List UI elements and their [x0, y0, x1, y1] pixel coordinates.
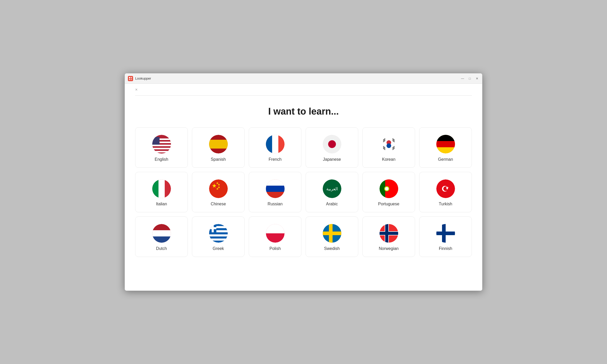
svg-rect-92 — [329, 224, 333, 243]
svg-rect-10 — [152, 145, 171, 146]
svg-rect-51 — [158, 179, 165, 198]
language-card-swedish[interactable]: Swedish — [306, 216, 358, 257]
language-card-portuguese[interactable]: Portuguese — [362, 172, 415, 212]
language-name-italian: Italian — [156, 202, 167, 206]
svg-point-27 — [328, 140, 336, 148]
flag-no — [380, 224, 398, 243]
svg-rect-46 — [436, 135, 455, 141]
language-name-dutch: Dutch — [156, 246, 167, 251]
svg-rect-15 — [152, 152, 171, 153]
search-bar: × — [135, 84, 472, 96]
svg-rect-47 — [436, 141, 455, 147]
language-card-greek[interactable]: Greek — [192, 216, 245, 257]
language-name-spanish: Spanish — [211, 157, 226, 162]
language-name-japanese: Japanese — [323, 157, 341, 162]
main-content: × I want to learn... — [125, 84, 482, 291]
flag-tr — [436, 179, 455, 198]
svg-text:العربية: العربية — [326, 187, 338, 191]
language-card-finnish[interactable]: Finnish — [419, 216, 472, 257]
language-name-russian: Russian — [268, 202, 283, 206]
svg-rect-88 — [266, 224, 285, 233]
svg-rect-60 — [266, 179, 285, 186]
svg-rect-1 — [131, 77, 132, 78]
search-input[interactable] — [141, 87, 472, 92]
flag-es — [209, 135, 228, 153]
language-name-turkish: Turkish — [439, 202, 452, 206]
flag-ar: العربية — [323, 179, 341, 198]
svg-point-53 — [209, 179, 228, 198]
language-card-spanish[interactable]: Spanish — [192, 127, 245, 168]
flag-nl — [152, 224, 171, 243]
minimize-button[interactable]: — — [460, 76, 465, 81]
language-name-portuguese: Portuguese — [378, 202, 399, 206]
svg-rect-75 — [152, 230, 171, 236]
search-close-button[interactable]: × — [135, 88, 137, 92]
svg-rect-23 — [266, 135, 272, 153]
language-name-polish: Polish — [270, 246, 281, 251]
language-card-russian[interactable]: Russian — [249, 172, 301, 212]
language-name-korean: Korean — [382, 157, 396, 162]
content-area: × I want to learn... — [125, 84, 482, 291]
language-name-chinese: Chinese — [211, 202, 226, 206]
language-card-norwegian[interactable]: Norwegian — [362, 216, 415, 257]
language-card-japanese[interactable]: Japanese — [306, 127, 358, 168]
language-card-german[interactable]: German — [419, 127, 472, 168]
window-close-button[interactable]: ✕ — [475, 76, 479, 81]
language-name-greek: Greek — [213, 246, 224, 251]
language-card-chinese[interactable]: Chinese — [192, 172, 245, 212]
flag-fi — [436, 224, 455, 243]
svg-rect-50 — [152, 179, 158, 198]
svg-rect-2 — [129, 79, 130, 80]
language-card-dutch[interactable]: Dutch — [135, 216, 188, 257]
svg-rect-11 — [152, 146, 171, 148]
svg-rect-12 — [152, 148, 171, 149]
svg-rect-102 — [442, 224, 446, 243]
language-card-polish[interactable]: Polish — [249, 216, 301, 257]
maximize-button[interactable]: □ — [468, 76, 472, 81]
flag-ru — [266, 179, 285, 198]
flag-it — [152, 179, 171, 198]
language-card-french[interactable]: French — [249, 127, 301, 168]
window-controls: — □ ✕ — [460, 76, 479, 81]
svg-point-31 — [387, 143, 391, 148]
language-name-swedish: Swedish — [324, 246, 340, 251]
titlebar: Lookupper — □ ✕ — [125, 73, 482, 84]
flag-fr — [266, 135, 285, 153]
language-card-korean[interactable]: Korean — [362, 127, 415, 168]
flag-us — [152, 135, 171, 153]
svg-rect-13 — [152, 149, 171, 151]
app-title: Lookupper — [135, 76, 460, 80]
language-name-german: German — [438, 157, 453, 162]
language-card-turkish[interactable]: Turkish — [419, 172, 472, 212]
language-card-arabic[interactable]: العربية Arabic — [306, 172, 358, 212]
svg-rect-14 — [152, 151, 171, 152]
svg-rect-98 — [385, 224, 388, 243]
language-name-arabic: Arabic — [326, 202, 338, 206]
language-grid: English Spanish French Japanese — [135, 127, 472, 257]
flag-pl — [266, 224, 285, 243]
svg-rect-82 — [209, 239, 228, 241]
svg-rect-76 — [152, 236, 171, 243]
flag-kr — [380, 135, 398, 153]
svg-rect-3 — [131, 79, 132, 80]
language-card-italian[interactable]: Italian — [135, 172, 188, 212]
flag-pt — [380, 179, 398, 198]
svg-rect-0 — [129, 77, 130, 78]
app-window: Lookupper — □ ✕ × I want to learn... — [125, 73, 482, 291]
flag-se — [323, 224, 341, 243]
language-name-french: French — [269, 157, 282, 162]
language-card-english[interactable]: English — [135, 127, 188, 168]
flag-cn — [209, 179, 228, 198]
svg-rect-16 — [152, 137, 160, 145]
svg-rect-97 — [380, 232, 398, 235]
language-name-english: English — [155, 157, 168, 162]
svg-rect-61 — [266, 186, 285, 192]
page-heading: I want to learn... — [135, 106, 472, 117]
language-name-finnish: Finnish — [439, 246, 452, 251]
svg-rect-81 — [209, 234, 228, 236]
app-logo — [128, 76, 133, 81]
svg-rect-85 — [209, 227, 216, 229]
svg-rect-24 — [272, 135, 278, 153]
language-name-norwegian: Norwegian — [379, 246, 398, 251]
flag-gr — [209, 224, 228, 243]
